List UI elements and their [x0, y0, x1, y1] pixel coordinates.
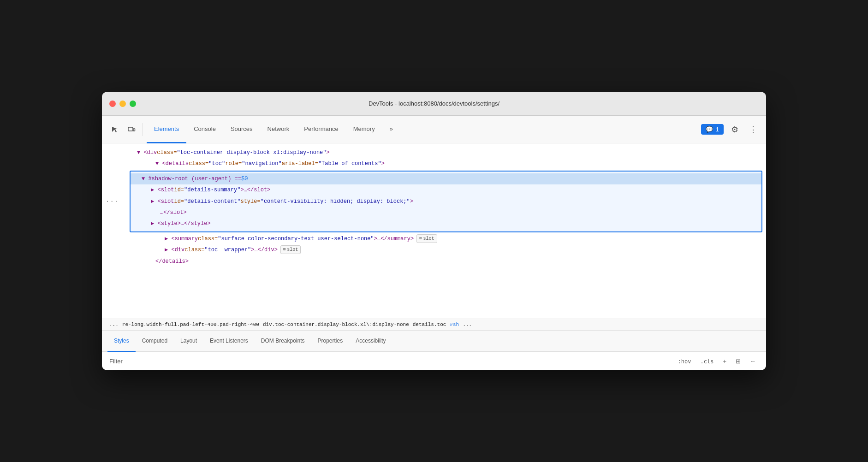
- dom-line-slot1[interactable]: ▶ <slot id="details-summary">…</slot>: [131, 184, 761, 195]
- more-options-icon[interactable]: ⋮: [746, 122, 761, 137]
- dom-line-summary[interactable]: ▶ <summary class="surface color-secondar…: [102, 233, 766, 244]
- tab-console[interactable]: Console: [186, 116, 223, 143]
- tab-layout[interactable]: Layout: [174, 331, 203, 352]
- arrow-icon-button[interactable]: ←: [747, 356, 759, 367]
- tab-network[interactable]: Network: [260, 116, 297, 143]
- hov-button[interactable]: :hov: [675, 356, 694, 367]
- shadow-root-header[interactable]: ▼ #shadow-root (user-agent) == $0: [131, 173, 761, 184]
- toolbar-right: 💬 1 ⚙ ⋮: [701, 122, 761, 137]
- devtools-toolbar: Elements Console Sources Network Perform…: [102, 116, 766, 143]
- close-button[interactable]: [109, 101, 116, 107]
- tab-performance[interactable]: Performance: [297, 116, 345, 143]
- cls-button[interactable]: .cls: [698, 356, 717, 367]
- main-tab-list: Elements Console Sources Network Perform…: [147, 116, 699, 143]
- tab-accessibility[interactable]: Accessibility: [349, 331, 392, 352]
- tab-properties[interactable]: Properties: [311, 331, 350, 352]
- filter-actions: :hov .cls + ⊞ ←: [675, 356, 759, 367]
- filter-label: Filter: [109, 358, 123, 365]
- dom-line-slot2[interactable]: ▶ <slot id="details-content" style="cont…: [131, 196, 761, 207]
- breadcrumb-item-4[interactable]: #sh: [450, 322, 459, 327]
- dom-line[interactable]: ▼ <div class="toc-container display-bloc…: [102, 147, 766, 158]
- dom-line-details-close: </details>: [102, 256, 766, 267]
- tab-elements[interactable]: Elements: [147, 116, 186, 143]
- shadow-root-section: ··· ▼ #shadow-root (user-agent) == $0 ▶ …: [102, 171, 766, 232]
- shadow-root-box: ▼ #shadow-root (user-agent) == $0 ▶ <slo…: [130, 171, 762, 232]
- layout-icon-button[interactable]: ⊞: [733, 356, 743, 367]
- tab-more[interactable]: »: [382, 116, 400, 143]
- dom-line-slot2-content: …</slot>: [131, 207, 761, 218]
- lower-tabs: Styles Computed Layout Event Listeners D…: [102, 331, 766, 352]
- devtools-window: DevTools - localhost:8080/docs/devtools/…: [102, 92, 766, 370]
- ellipsis-indicator: ···: [106, 198, 119, 205]
- dom-line[interactable]: ▼ <details class="toc" role="navigation"…: [102, 158, 766, 169]
- elements-panel: ▼ <div class="toc-container display-bloc…: [102, 143, 766, 319]
- filter-input-wrap: Filter: [109, 358, 675, 365]
- tab-dom-breakpoints[interactable]: DOM Breakpoints: [255, 331, 311, 352]
- breadcrumb-item-2[interactable]: div.toc-container.display-block.xl\:disp…: [263, 322, 409, 327]
- toolbar-separator: [143, 123, 143, 136]
- dom-line-style[interactable]: ▶ <style>…</style>: [131, 218, 761, 229]
- minimize-button[interactable]: [119, 101, 126, 107]
- main-content: ▼ <div class="toc-container display-bloc…: [102, 143, 766, 370]
- chat-badge[interactable]: 💬 1: [701, 124, 724, 135]
- filter-bar: Filter :hov .cls + ⊞ ←: [102, 352, 766, 370]
- add-style-rule-button[interactable]: +: [720, 356, 729, 367]
- settings-icon[interactable]: ⚙: [727, 122, 742, 137]
- tab-event-listeners[interactable]: Event Listeners: [203, 331, 255, 352]
- breadcrumb-ellipsis[interactable]: ...: [109, 322, 119, 327]
- tab-sources[interactable]: Sources: [223, 116, 260, 143]
- tab-styles[interactable]: Styles: [107, 331, 136, 352]
- breadcrumb-item-1[interactable]: re-long.width-full.pad-left-400.pad-righ…: [122, 322, 259, 327]
- device-toggle-icon[interactable]: [124, 122, 139, 137]
- breadcrumb-end-ellipsis[interactable]: ...: [463, 322, 472, 327]
- title-bar: DevTools - localhost:8080/docs/devtools/…: [102, 92, 766, 116]
- svg-rect-0: [128, 127, 133, 131]
- window-title: DevTools - localhost:8080/docs/devtools/…: [369, 100, 499, 107]
- slot-badge-summary: ⊞ slot: [416, 234, 437, 243]
- inspector-icon[interactable]: [107, 122, 122, 137]
- breadcrumb-item-3[interactable]: details.toc: [413, 322, 446, 327]
- svg-rect-1: [133, 129, 135, 131]
- chat-icon: 💬: [706, 126, 713, 133]
- breadcrumb-bar: ... re-long.width-full.pad-left-400.pad-…: [102, 319, 766, 331]
- filter-input[interactable]: [125, 358, 675, 365]
- maximize-button[interactable]: [130, 101, 136, 107]
- tab-memory[interactable]: Memory: [346, 116, 382, 143]
- traffic-lights: [109, 101, 136, 107]
- slot-badge-wrapper: ⊞ slot: [280, 245, 301, 254]
- dom-line-toc-wrapper[interactable]: ▶ <div class="toc__wrapper">…</div> ⊞ sl…: [102, 244, 766, 255]
- tab-computed[interactable]: Computed: [136, 331, 174, 352]
